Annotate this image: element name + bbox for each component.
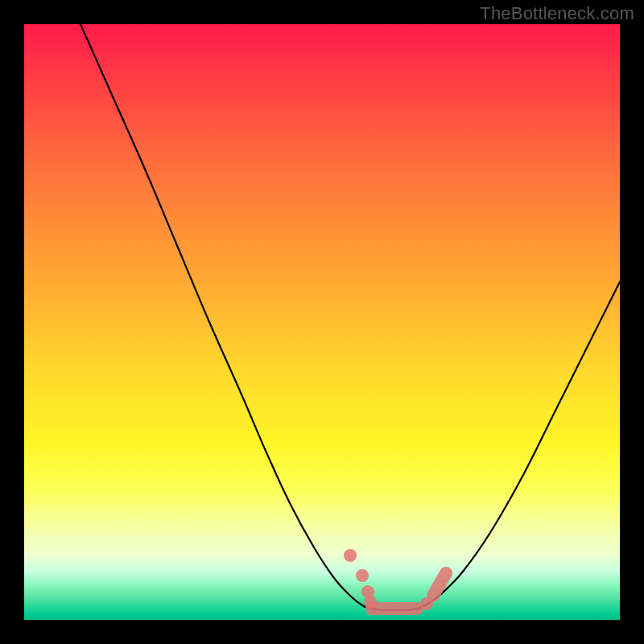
- curve-marker-dot: [356, 569, 369, 582]
- bottleneck-curve: [24, 24, 620, 620]
- curve-marker-dot: [344, 549, 357, 562]
- curve-marker-dot: [420, 597, 433, 610]
- chart-plot-area: [24, 24, 620, 620]
- curve-path: [80, 24, 620, 610]
- watermark-text: TheBottleneck.com: [480, 3, 634, 24]
- marker-group: [344, 549, 446, 610]
